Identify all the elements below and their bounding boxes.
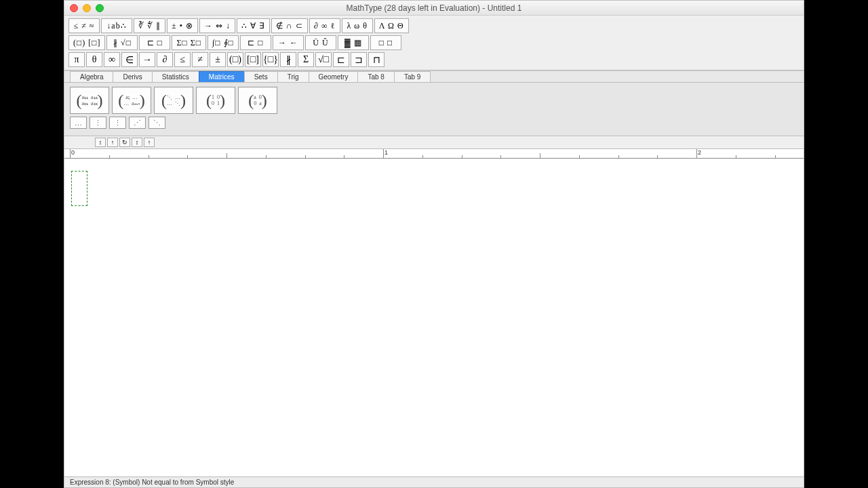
palette-button[interactable]: ∛ ∜ ∥	[134, 18, 165, 33]
matrix-template-button[interactable]: (⋱ …… ⋱)	[154, 87, 193, 114]
align-button[interactable]: ↻	[119, 138, 130, 147]
matrix-ellipsis-button[interactable]: ⋱	[149, 117, 165, 129]
status-bar: Expression 8: (Symbol) Not equal to from…	[64, 476, 804, 487]
palette-button[interactable]: □ □	[370, 35, 401, 50]
tab-statistics[interactable]: Statistics	[152, 71, 199, 82]
palette-button[interactable]: ∦	[280, 52, 296, 67]
matrix-ellipsis-button[interactable]: ⋰	[129, 117, 146, 129]
palette-row-1: ≤ ≠ ≈↓ab∴∛ ∜ ∥± • ⊗→ ⇔ ↓∴ ∀ ∃∉ ∩ ⊂∂ ∞ ℓλ…	[68, 18, 800, 33]
align-button[interactable]: ↕	[95, 138, 106, 147]
palette-button[interactable]: ⊏ □	[139, 35, 170, 50]
matrix-ellipsis-button[interactable]: …	[70, 117, 87, 129]
palette-button[interactable]: → ←	[273, 35, 304, 50]
palette-button[interactable]: ∂	[157, 52, 173, 67]
palette-button[interactable]: ± • ⊗	[167, 18, 198, 33]
palette-button[interactable]: ∫□ ∮□	[208, 35, 239, 50]
align-button[interactable]: ↑	[144, 138, 155, 147]
tab-matrices[interactable]: Matrices	[199, 71, 245, 82]
editor-canvas[interactable]	[64, 159, 804, 476]
palette-button[interactable]: ↓ab∴	[101, 18, 132, 33]
quick-symbol-row: πθ∞∈→∂≤≠±(□)[□]{□}∦Σ√□⊏⊐⊓	[68, 52, 800, 67]
palette-button[interactable]: (□) [□]	[68, 35, 105, 50]
tab-algebra[interactable]: Algebra	[70, 71, 113, 82]
palette-button[interactable]: Σ□ Σ□	[172, 35, 205, 50]
matrix-template-button[interactable]: (1 00 1)	[196, 87, 235, 114]
palette-button[interactable]: θ	[86, 52, 102, 67]
matrix-template-row-1: (a₁₁ a₁₂a₂₁ a₂₂)(aᵢⱼ …… aₘₙ)(⋱ …… ⋱)(1 0…	[70, 87, 798, 114]
palette-button[interactable]: {□}	[262, 52, 279, 67]
palette-button[interactable]: ≤	[174, 52, 191, 67]
matrix-ellipsis-button[interactable]: ⋮	[90, 117, 106, 129]
window-controls	[70, 4, 104, 12]
palette-button[interactable]: ∴ ∀ ∃	[237, 18, 270, 33]
palette-button[interactable]: ∞	[104, 52, 120, 67]
palette-button[interactable]: ∈	[121, 52, 138, 67]
window-title: MathType (28 days left in Evaluation) - …	[64, 3, 804, 13]
align-button[interactable]: ↕	[132, 138, 142, 147]
palette-button[interactable]: π	[68, 52, 85, 67]
ruler-number: 1	[384, 149, 388, 156]
tab-derivs[interactable]: Derivs	[113, 71, 152, 82]
close-icon[interactable]	[70, 4, 78, 12]
align-button[interactable]: ↑	[107, 138, 118, 147]
matrix-ellipsis-button[interactable]: ⋮	[109, 117, 126, 129]
palette-button[interactable]: √□	[315, 52, 332, 67]
ruler[interactable]: 012	[64, 149, 804, 159]
palette-button[interactable]: ⊏	[333, 52, 349, 67]
template-panel: (a₁₁ a₁₂a₂₁ a₂₂)(aᵢⱼ …… aₘₙ)(⋱ …… ⋱)(1 0…	[64, 83, 804, 136]
matrix-template-row-2: …⋮⋮⋰⋱	[70, 117, 798, 129]
palette-button[interactable]: →	[139, 52, 155, 67]
palette-button[interactable]: [□]	[245, 52, 261, 67]
matrix-template-button[interactable]: (a 00 a)	[238, 87, 277, 114]
palette-button[interactable]: ∦ √□	[106, 35, 138, 50]
tab-geometry[interactable]: Geometry	[309, 71, 359, 82]
app-window: MathType (28 days left in Evaluation) - …	[64, 0, 804, 488]
palette-button[interactable]: ▓ ▦	[338, 35, 369, 50]
zoom-icon[interactable]	[96, 4, 104, 12]
matrix-template-button[interactable]: (aᵢⱼ …… aₘₙ)	[112, 87, 151, 114]
status-text: Expression 8: (Symbol) Not equal to from…	[70, 479, 234, 486]
tab-tab-8[interactable]: Tab 8	[357, 71, 394, 82]
palette-button[interactable]: λ ω θ	[342, 18, 373, 33]
palette-button[interactable]: ±	[210, 52, 226, 67]
alignment-toolbar: ↕↑↻↕↑	[64, 136, 804, 149]
palette-button[interactable]: ⊓	[368, 52, 384, 67]
palette-button[interactable]: ≠	[192, 52, 208, 67]
palette-button[interactable]: ⊐	[351, 52, 367, 67]
titlebar: MathType (28 days left in Evaluation) - …	[64, 1, 804, 16]
palette-button[interactable]: ≤ ≠ ≈	[68, 18, 100, 33]
tab-trig[interactable]: Trig	[277, 71, 309, 82]
palette-button[interactable]: Ū Û	[305, 35, 336, 50]
matrix-template-button[interactable]: (a₁₁ a₁₂a₂₁ a₂₂)	[70, 87, 109, 114]
tab-sets[interactable]: Sets	[244, 71, 278, 82]
ruler-number: 2	[698, 149, 701, 156]
tab-tab-9[interactable]: Tab 9	[394, 71, 431, 82]
symbol-palettes: ≤ ≠ ≈↓ab∴∛ ∜ ∥± • ⊗→ ⇔ ↓∴ ∀ ∃∉ ∩ ⊂∂ ∞ ℓλ…	[64, 16, 804, 70]
palette-button[interactable]: (□)	[227, 52, 243, 67]
palette-button[interactable]: ∉ ∩ ⊂	[271, 18, 308, 33]
ruler-number: 0	[71, 149, 75, 156]
palette-button[interactable]: → ⇔ ↓	[199, 18, 235, 33]
palette-row-2: (□) [□]∦ √□⊏ □Σ□ Σ□∫□ ∮□⊏ □→ ←Ū Û▓ ▦□ □	[68, 35, 800, 50]
insertion-slot[interactable]	[71, 171, 87, 206]
palette-button[interactable]: Σ	[298, 52, 314, 67]
palette-button[interactable]: Λ Ω Θ	[374, 18, 409, 33]
palette-button[interactable]: ⊏ □	[240, 35, 271, 50]
category-tabbar: AlgebraDerivsStatisticsMatricesSetsTrigG…	[64, 70, 804, 83]
minimize-icon[interactable]	[83, 4, 91, 12]
palette-button[interactable]: ∂ ∞ ℓ	[309, 18, 340, 33]
